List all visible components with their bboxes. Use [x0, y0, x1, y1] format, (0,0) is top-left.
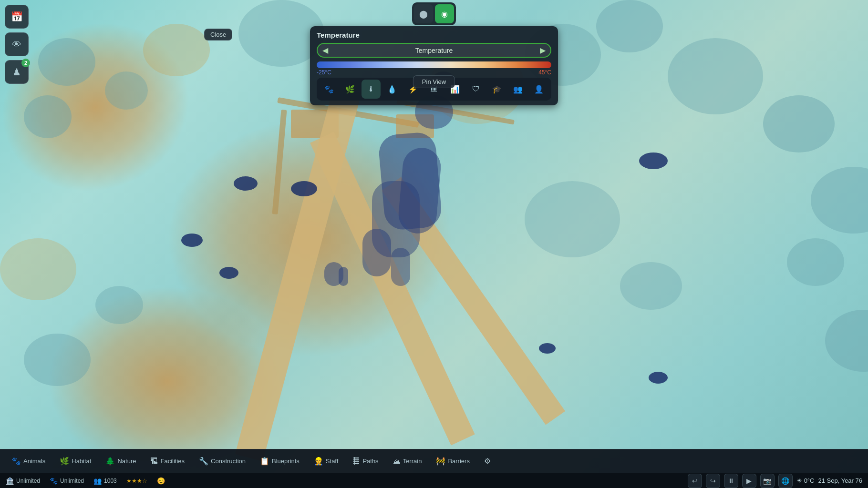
- population-icon: 👥: [93, 477, 102, 485]
- construction-nav-icon: 🔧: [199, 457, 208, 466]
- temperature-labels: -25°C 45°C: [317, 69, 551, 76]
- globe-button[interactable]: 🌐: [778, 474, 793, 488]
- staff-nav-icon: 👷: [314, 457, 323, 466]
- temperature-gradient-bar: [317, 61, 551, 68]
- money-value: Unlimited: [16, 478, 40, 484]
- nature-nav-icon: 🌲: [105, 457, 115, 466]
- nav-terrain[interactable]: ⛰ Terrain: [386, 454, 429, 468]
- animals-nav-icon: 🐾: [11, 457, 21, 466]
- normal-mode-icon: ⬤: [419, 10, 428, 19]
- terrain-nav-icon: ⛰: [393, 457, 401, 466]
- crowd-person: [339, 267, 348, 286]
- view-cat-education[interactable]: 🎓: [487, 80, 506, 99]
- nav-staff-label: Staff: [326, 458, 339, 465]
- barriers-nav-icon: 🚧: [436, 457, 445, 466]
- stars-status: ★★★☆: [126, 478, 147, 484]
- redo-icon: ↪: [710, 477, 716, 485]
- temp-next-button[interactable]: ▶: [540, 46, 546, 55]
- tree: [24, 95, 72, 138]
- animal: [539, 343, 556, 354]
- pause-button[interactable]: ⏸: [724, 474, 738, 488]
- calendar-icon: 📅: [11, 11, 23, 22]
- globe-icon: 🌐: [781, 477, 789, 485]
- paths-nav-icon: 🛤: [352, 457, 360, 466]
- nav-construction[interactable]: 🔧 Construction: [192, 454, 252, 468]
- nav-extra[interactable]: ⚙: [477, 454, 497, 468]
- tree: [825, 310, 868, 372]
- animal: [291, 181, 317, 196]
- tree: [787, 238, 844, 286]
- nav-nature[interactable]: 🌲 Nature: [99, 454, 143, 468]
- view-cat-social[interactable]: 👥: [508, 80, 527, 99]
- view-mode-icon: ◉: [441, 10, 448, 19]
- eye-icon: 👁: [12, 39, 21, 50]
- normal-mode-tab[interactable]: ⬤: [414, 4, 433, 23]
- nav-blueprints[interactable]: 📋 Blueprints: [253, 454, 306, 468]
- money-icon: 🏦: [6, 477, 14, 485]
- water-icon: 💧: [387, 85, 397, 94]
- nav-facilities-label: Facilities: [160, 458, 185, 465]
- nav-animals[interactable]: 🐾 Animals: [5, 454, 52, 468]
- nav-animals-label: Animals: [23, 458, 45, 465]
- staff-view-icon: 👤: [534, 85, 544, 94]
- nav-facilities[interactable]: 🏗 Facilities: [144, 454, 191, 468]
- bottom-toolbar: 🐾 Animals 🌿 Habitat 🌲 Nature 🏗 Facilitie…: [0, 449, 868, 488]
- temperature-icon: 🌡: [367, 85, 375, 93]
- pin-view-button[interactable]: Pin View: [413, 75, 455, 88]
- view-cat-environment[interactable]: 🌿: [341, 80, 360, 99]
- tree: [811, 167, 868, 234]
- habitat-nav-icon: 🌿: [60, 457, 69, 466]
- view-panel: Temperature ◀ Temperature ▶ -25°C 45°C 🐾…: [310, 26, 558, 105]
- view-cat-temperature[interactable]: 🌡: [362, 80, 381, 99]
- nav-barriers-label: Barriers: [448, 458, 470, 465]
- nav-terrain-label: Terrain: [403, 458, 422, 465]
- temperature-selector[interactable]: ◀ Temperature ▶: [317, 43, 551, 58]
- pause-icon: ⏸: [728, 477, 734, 485]
- temp-min-label: -25°C: [317, 69, 331, 76]
- animals-icon: 🐾: [324, 85, 334, 94]
- money-status: 🏦 Unlimited: [6, 477, 40, 485]
- animal: [649, 372, 668, 384]
- view-mode-tab[interactable]: ◉: [435, 4, 454, 23]
- mode-tabs: ⬤ ◉: [412, 2, 456, 25]
- nav-paths[interactable]: 🛤 Paths: [346, 454, 385, 468]
- education-icon: 🎓: [492, 85, 502, 94]
- view-cat-water[interactable]: 💧: [382, 80, 402, 99]
- date-display: 21 Sep, Year 76: [818, 477, 862, 484]
- view-button[interactable]: 👁: [5, 32, 29, 56]
- calendar-button[interactable]: 📅: [5, 5, 29, 29]
- top-toolbar: ⬤ ◉ Temperature ◀ Temperature ▶ -25°C 45…: [310, 2, 558, 105]
- nav-barriers[interactable]: 🚧 Barriers: [429, 454, 476, 468]
- status-bar: 🏦 Unlimited 🐾 Unlimited 👥 1003 ★★★☆ 😊 ↩ …: [0, 473, 868, 488]
- nav-staff[interactable]: 👷 Staff: [307, 454, 345, 468]
- tree: [0, 238, 76, 300]
- animal: [181, 234, 203, 247]
- play-button[interactable]: ▶: [742, 474, 756, 488]
- visitors-value: Unlimited: [60, 478, 84, 484]
- tree: [38, 38, 95, 86]
- crowd: [362, 229, 391, 276]
- population-status: 👥 1003: [93, 477, 117, 485]
- nav-paths-label: Paths: [362, 458, 378, 465]
- social-icon: 👥: [513, 85, 523, 94]
- nav-habitat[interactable]: 🌿 Habitat: [53, 454, 98, 468]
- undo-button[interactable]: ↩: [688, 474, 702, 488]
- challenge-badge: 2: [21, 59, 30, 67]
- close-button[interactable]: Close: [204, 29, 232, 41]
- temperature-label: Temperature: [415, 47, 453, 54]
- blueprints-nav-icon: 📋: [260, 457, 269, 466]
- nav-habitat-label: Habitat: [72, 458, 91, 465]
- view-cat-animals[interactable]: 🐾: [320, 80, 339, 99]
- challenge-button[interactable]: ♟ 2: [5, 60, 29, 84]
- view-cat-staff[interactable]: 👤: [529, 80, 548, 99]
- camera-button[interactable]: 📷: [760, 474, 775, 488]
- sun-icon: ☀: [796, 477, 802, 484]
- redo-button[interactable]: ↪: [706, 474, 720, 488]
- bottom-nav: 🐾 Animals 🌿 Habitat 🌲 Nature 🏗 Facilitie…: [0, 449, 868, 473]
- animal: [639, 152, 668, 169]
- visitors-icon: 🐾: [50, 477, 58, 485]
- undo-icon: ↩: [692, 477, 698, 485]
- view-cat-security[interactable]: 🛡: [466, 80, 486, 99]
- tree: [105, 71, 148, 110]
- temp-prev-button[interactable]: ◀: [322, 46, 328, 55]
